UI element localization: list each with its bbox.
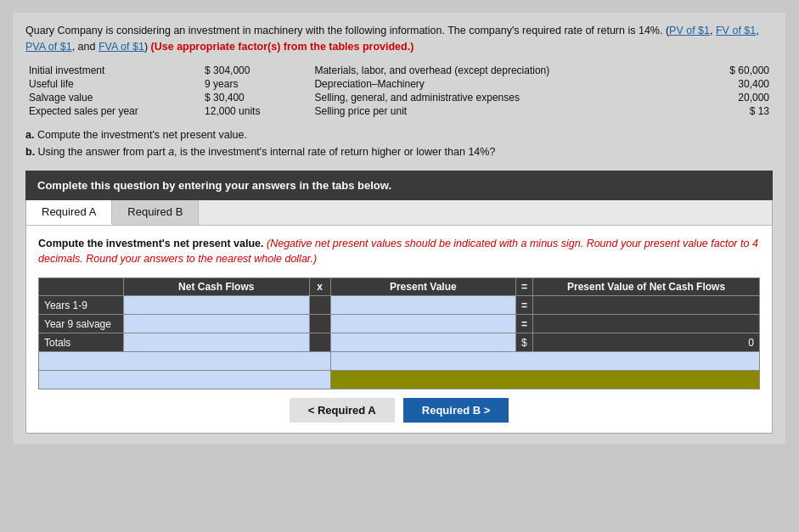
fv-link[interactable]: FV of $1 [716, 25, 756, 36]
npv-table: Net Cash Flows x Present Value = Present… [38, 277, 760, 389]
pva-link[interactable]: PVA of $1 [25, 41, 72, 53]
extra-row-1 [39, 352, 760, 371]
pv-year-9-salvage-input[interactable] [336, 318, 511, 330]
x-years-1-9 [309, 296, 330, 315]
extra-row-2 [39, 371, 760, 389]
info-table: Initial investment $ 304,000 Materials, … [25, 64, 773, 118]
header-net-cash-flows: Net Cash Flows [124, 278, 310, 296]
prev-button[interactable]: < Required A [290, 398, 395, 423]
instruction-bar: Complete this question by entering your … [25, 171, 773, 200]
header-equals: = [516, 278, 533, 296]
label-salvage-value: Salvage value [25, 91, 201, 104]
fva-link[interactable]: FVA of $1 [98, 41, 144, 53]
label-useful-life: Useful life [25, 77, 201, 91]
use-factors-label: (Use appropriate factor(s) from the tabl… [151, 41, 414, 53]
x-totals [309, 333, 330, 352]
intro-text: Quary Company is considering an investme… [25, 23, 773, 55]
row-year-9-salvage: Year 9 salvage = [39, 315, 760, 333]
eq-years-1-9: = [516, 296, 533, 315]
desc-selling-general: Selling, general, and administrative exp… [311, 91, 684, 104]
pv-years-1-9-input[interactable] [336, 300, 511, 311]
tab-description: Compute the investment's net present val… [38, 236, 760, 268]
pv-totals[interactable] [330, 333, 516, 352]
row-years-1-9: Years 1-9 = [39, 296, 760, 315]
amount-depreciation: 30,400 [684, 77, 773, 91]
ncf-year-9-salvage-input[interactable] [129, 318, 304, 330]
questions-section: a. Compute the investment's net present … [25, 126, 773, 160]
ncf-totals[interactable] [124, 333, 310, 352]
pv-link[interactable]: PV of $1 [669, 25, 710, 36]
intro-sentence: Quary Company is considering an investme… [25, 25, 759, 53]
pv-year-9-salvage[interactable] [330, 315, 516, 333]
desc-depreciation: Depreciation–Machinery [311, 77, 684, 91]
info-row-2: Useful life 9 years Depreciation–Machine… [25, 77, 773, 91]
tab-required-b[interactable]: Required B [112, 200, 199, 225]
amount-materials: $ 60,000 [684, 64, 773, 77]
row-totals: Totals $ 0 [39, 333, 760, 352]
npv-header-row: Net Cash Flows x Present Value = Present… [39, 278, 760, 296]
label-years-1-9: Years 1-9 [39, 296, 124, 315]
amount-selling-price: $ 13 [684, 104, 773, 118]
tabs-area: Required A Required B Compute the invest… [25, 200, 773, 434]
eq-year-9-salvage: = [516, 315, 533, 333]
header-pv-net: Present Value of Net Cash Flows [533, 278, 760, 296]
question-a: a. Compute the investment's net present … [25, 126, 773, 143]
tab-required-a[interactable]: Required A [26, 200, 112, 225]
label-totals: Totals [39, 333, 124, 352]
info-row-4: Expected sales per year 12,000 units Sel… [25, 104, 773, 118]
result-year-9-salvage [533, 315, 760, 333]
main-container: Quary Company is considering an investme… [13, 13, 785, 444]
question-b: b. Using the answer from part a, is the … [25, 143, 773, 160]
ncf-years-1-9[interactable] [124, 296, 310, 315]
label-expected-sales: Expected sales per year [25, 104, 201, 118]
x-year-9-salvage [309, 315, 330, 333]
value-expected-sales: 12,000 units [201, 104, 311, 118]
result-years-1-9 [533, 296, 760, 315]
tab-content-required-a: Compute the investment's net present val… [26, 226, 772, 434]
value-salvage-value: $ 30,400 [201, 91, 311, 104]
info-row-3: Salvage value $ 30,400 Selling, general,… [25, 91, 773, 104]
dollar-totals: $ [516, 333, 533, 352]
bottom-buttons: < Required A Required B > [38, 398, 760, 423]
value-useful-life: 9 years [201, 77, 311, 91]
pv-years-1-9[interactable] [330, 296, 516, 315]
header-present-value: Present Value [330, 278, 516, 296]
desc-materials: Materials, labor, and overhead (except d… [311, 64, 684, 77]
next-button[interactable]: Required B > [403, 398, 509, 423]
amount-selling-general: 20,000 [684, 91, 773, 104]
header-empty [39, 278, 124, 296]
header-x: x [309, 278, 330, 296]
value-initial-investment: $ 304,000 [201, 64, 311, 77]
instruction-text: Complete this question by entering your … [37, 179, 391, 192]
label-year-9-salvage: Year 9 salvage [39, 315, 124, 333]
result-totals: 0 [533, 333, 760, 352]
info-row-1: Initial investment $ 304,000 Materials, … [25, 64, 773, 77]
label-initial-investment: Initial investment [25, 64, 201, 77]
ncf-year-9-salvage[interactable] [124, 315, 310, 333]
desc-selling-price: Selling price per unit [311, 104, 684, 118]
tab-desc-bold: Compute the investment's net present val… [38, 238, 264, 249]
tab-row: Required A Required B [26, 200, 772, 226]
ncf-years-1-9-input[interactable] [129, 300, 304, 311]
